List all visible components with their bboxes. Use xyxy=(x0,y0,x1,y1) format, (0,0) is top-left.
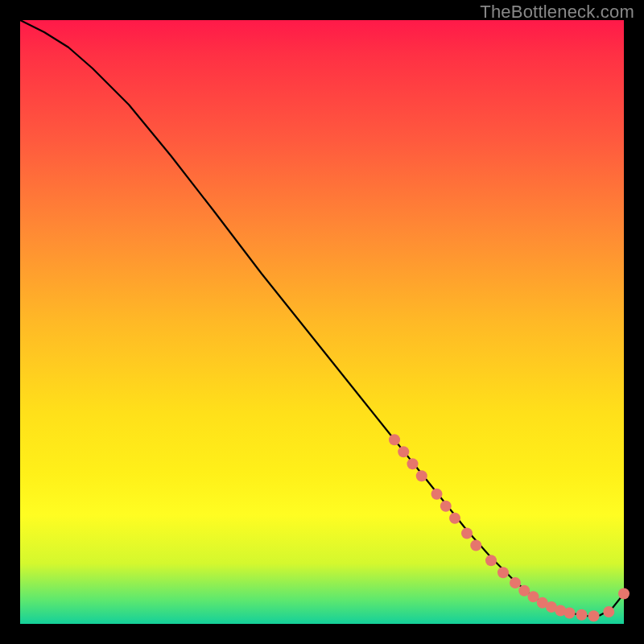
marker-point xyxy=(510,577,521,588)
marker-point xyxy=(618,588,630,600)
marker-point xyxy=(398,446,409,457)
marker-point xyxy=(576,609,588,621)
markers-group xyxy=(389,434,630,621)
marker-point xyxy=(389,434,400,445)
marker-point xyxy=(485,555,497,566)
curve-svg xyxy=(20,20,624,624)
marker-point xyxy=(431,489,443,500)
plot-area xyxy=(20,20,624,624)
marker-point xyxy=(470,540,481,551)
marker-point xyxy=(603,606,614,617)
marker-point xyxy=(497,567,509,578)
marker-point xyxy=(588,610,600,621)
marker-point xyxy=(440,501,452,512)
marker-point xyxy=(461,528,473,539)
marker-point xyxy=(407,458,419,469)
marker-point xyxy=(416,470,427,481)
marker-point xyxy=(449,513,460,524)
chart-frame: TheBottleneck.com xyxy=(0,0,644,644)
bottleneck-curve xyxy=(20,20,624,616)
marker-point xyxy=(564,608,576,619)
